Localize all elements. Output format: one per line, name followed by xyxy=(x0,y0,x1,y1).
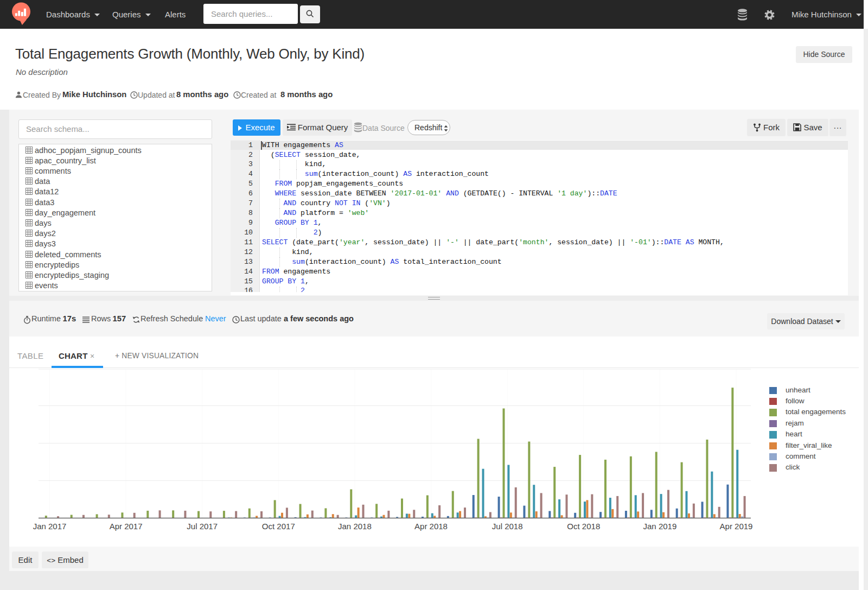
svg-text:Jan 2017: Jan 2017 xyxy=(33,522,67,531)
svg-text:Oct 2018: Oct 2018 xyxy=(567,522,600,531)
svg-text:Apr 2018: Apr 2018 xyxy=(414,522,448,531)
svg-text:Jan 2018: Jan 2018 xyxy=(338,522,372,531)
svg-text:Oct 2017: Oct 2017 xyxy=(262,522,295,531)
svg-text:Jan 2019: Jan 2019 xyxy=(643,522,677,531)
svg-text:Apr 2019: Apr 2019 xyxy=(720,522,753,531)
svg-text:Jul 2018: Jul 2018 xyxy=(492,522,523,531)
svg-text:Apr 2017: Apr 2017 xyxy=(110,522,143,531)
svg-text:Jul 2017: Jul 2017 xyxy=(187,522,218,531)
